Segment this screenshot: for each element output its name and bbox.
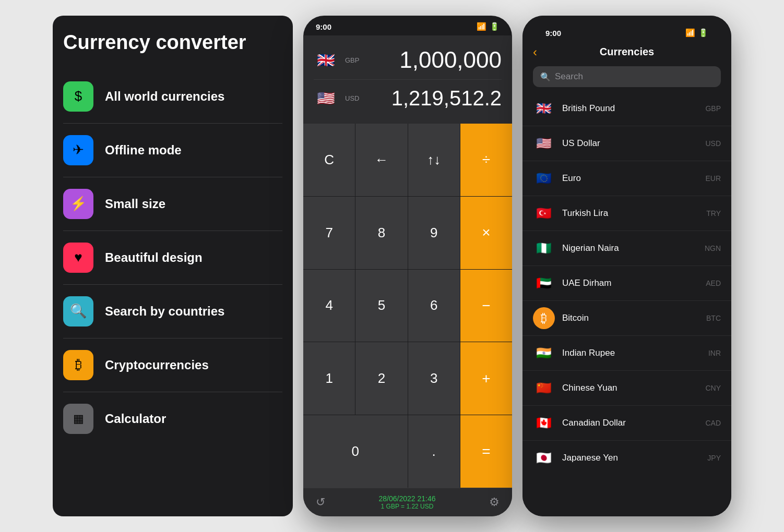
currency-code: NGN bbox=[705, 244, 721, 252]
key-2[interactable]: 2 bbox=[355, 342, 407, 415]
to-amount: 1,219,512.2 bbox=[391, 87, 502, 110]
currency-list-item[interactable]: 🇺🇸 US Dollar USD bbox=[522, 126, 731, 161]
key-decimal[interactable]: . bbox=[408, 415, 460, 488]
key-8[interactable]: 8 bbox=[355, 197, 407, 269]
key-add[interactable]: + bbox=[460, 342, 512, 415]
feature-item-all-currencies: $ All world currencies bbox=[63, 70, 282, 124]
key-7[interactable]: 7 bbox=[303, 197, 355, 269]
key-6[interactable]: 6 bbox=[408, 270, 460, 342]
from-currency-info: GBP bbox=[345, 56, 359, 64]
feature-label-crypto: Cryptocurrencies bbox=[105, 358, 209, 372]
calc-rate: 1 GBP = 1.22 USD bbox=[379, 503, 436, 510]
key-4[interactable]: 4 bbox=[303, 270, 355, 342]
feature-icon-beautiful-design: ♥ bbox=[63, 243, 93, 273]
refresh-icon[interactable]: ↺ bbox=[316, 495, 325, 509]
feature-label-search-countries: Search by countries bbox=[105, 304, 224, 319]
key-1[interactable]: 1 bbox=[303, 342, 355, 415]
currency-flag: 🇳🇬 bbox=[533, 237, 555, 259]
currency-flag: 🇺🇸 bbox=[533, 132, 555, 154]
feature-icon-search-countries: 🔍 bbox=[63, 296, 93, 327]
feature-item-crypto: ₿ Cryptocurrencies bbox=[63, 338, 282, 392]
feature-label-small-size: Small size bbox=[105, 197, 165, 211]
currency-flag: 🇪🇺 bbox=[533, 167, 555, 189]
currency-flag: 🇹🇷 bbox=[533, 202, 555, 224]
rate-info: 28/06/2022 21:46 1 GBP = 1.22 USD bbox=[379, 494, 436, 510]
app-title: Currency converter bbox=[63, 31, 282, 54]
status-icons: 📶 🔋 bbox=[477, 22, 500, 31]
currencies-wifi-icon: 📶 bbox=[685, 28, 695, 38]
currency-name: Indian Rupee bbox=[562, 348, 701, 358]
from-currency-row[interactable]: 🇬🇧 GBP 1,000,000 bbox=[314, 41, 502, 79]
currency-list-item[interactable]: 🇨🇳 Chinese Yuan CNY bbox=[522, 371, 731, 406]
currency-code: JPY bbox=[707, 454, 721, 462]
currency-name: Chinese Yuan bbox=[562, 383, 698, 393]
battery-icon: 🔋 bbox=[490, 22, 500, 31]
key-divide[interactable]: ÷ bbox=[460, 124, 512, 196]
currency-name: Turkish Lira bbox=[562, 208, 699, 219]
currencies-header: 9:00 📶 🔋 ‹ Currencies 🔍 Search bbox=[522, 16, 731, 91]
currency-name: Euro bbox=[562, 173, 698, 184]
currency-list-item[interactable]: 🇬🇧 British Pound GBP bbox=[522, 91, 731, 126]
feature-item-search-countries: 🔍 Search by countries bbox=[63, 285, 282, 338]
feature-icon-crypto: ₿ bbox=[63, 350, 93, 380]
settings-icon[interactable]: ⚙ bbox=[489, 495, 500, 509]
features-panel: Currency converter $ All world currencie… bbox=[53, 16, 293, 516]
to-currency-row[interactable]: 🇺🇸 USD 1,219,512.2 bbox=[314, 79, 502, 116]
key-swap[interactable]: ↑↓ bbox=[408, 124, 460, 196]
key-equals[interactable]: = bbox=[460, 415, 512, 488]
feature-item-offline-mode: ✈ Offline mode bbox=[63, 124, 282, 177]
currency-flag: 🇬🇧 bbox=[533, 98, 555, 119]
status-bar: 9:00 📶 🔋 bbox=[303, 16, 512, 35]
key-subtract[interactable]: − bbox=[460, 270, 512, 342]
currency-code: CAD bbox=[705, 419, 721, 427]
currency-code: INR bbox=[708, 349, 721, 357]
currency-list-item[interactable]: ₿ Bitcoin BTC bbox=[522, 301, 731, 336]
from-currency-code: GBP bbox=[345, 56, 359, 64]
key-9[interactable]: 9 bbox=[408, 197, 460, 269]
currency-flag: 🇯🇵 bbox=[533, 447, 555, 469]
feature-item-small-size: ⚡ Small size bbox=[63, 177, 282, 231]
back-button[interactable]: ‹ bbox=[533, 45, 537, 59]
currency-name: Bitcoin bbox=[562, 313, 699, 323]
currencies-panel: 9:00 📶 🔋 ‹ Currencies 🔍 Search 🇬🇧 Britis… bbox=[522, 16, 731, 516]
currency-list-item[interactable]: 🇮🇳 Indian Rupee INR bbox=[522, 336, 731, 371]
currency-flag: 🇨🇳 bbox=[533, 377, 555, 399]
calculator-panel: 9:00 📶 🔋 🇬🇧 GBP 1,000,000 🇺🇸 USD 1,219,5… bbox=[303, 16, 512, 516]
currency-code: TRY bbox=[706, 209, 721, 217]
currencies-battery-icon: 🔋 bbox=[698, 28, 708, 38]
currency-list-item[interactable]: 🇳🇬 Nigerian Naira NGN bbox=[522, 231, 731, 266]
key-multiply[interactable]: × bbox=[460, 197, 512, 269]
feature-icon-offline-mode: ✈ bbox=[63, 135, 93, 165]
search-placeholder: Search bbox=[555, 71, 583, 82]
currency-code: BTC bbox=[706, 314, 721, 322]
key-5[interactable]: 5 bbox=[355, 270, 407, 342]
currency-flag: 🇨🇦 bbox=[533, 412, 555, 434]
currency-list-item[interactable]: 🇨🇦 Canadian Dollar CAD bbox=[522, 406, 731, 441]
key-clear[interactable]: C bbox=[303, 124, 355, 196]
currency-list: 🇬🇧 British Pound GBP 🇺🇸 US Dollar USD 🇪🇺… bbox=[522, 91, 731, 516]
feature-list: $ All world currencies ✈ Offline mode ⚡ … bbox=[63, 70, 282, 445]
key-backspace[interactable]: ← bbox=[355, 124, 407, 196]
currency-code: CNY bbox=[705, 384, 721, 392]
feature-item-calculator: ▦ Calculator bbox=[63, 392, 282, 445]
currencies-status-bar: 9:00 📶 🔋 bbox=[533, 22, 721, 42]
from-flag: 🇬🇧 bbox=[314, 48, 338, 72]
status-time: 9:00 bbox=[316, 22, 331, 31]
feature-label-all-currencies: All world currencies bbox=[105, 89, 224, 104]
currencies-status-time: 9:00 bbox=[545, 29, 561, 38]
currency-name: Canadian Dollar bbox=[562, 418, 698, 428]
currencies-title: Currencies bbox=[600, 46, 655, 58]
currency-code: EUR bbox=[705, 174, 721, 183]
currency-list-item[interactable]: 🇯🇵 Japanese Yen JPY bbox=[522, 441, 731, 475]
key-3[interactable]: 3 bbox=[408, 342, 460, 415]
currency-list-item[interactable]: 🇦🇪 UAE Dirham AED bbox=[522, 266, 731, 301]
currencies-status-icons: 📶 🔋 bbox=[685, 28, 708, 38]
currency-list-item[interactable]: 🇪🇺 Euro EUR bbox=[522, 161, 731, 196]
key-0[interactable]: 0 bbox=[303, 415, 408, 488]
currency-name: Nigerian Naira bbox=[562, 243, 697, 253]
from-amount: 1,000,000 bbox=[399, 47, 502, 73]
search-box[interactable]: 🔍 Search bbox=[533, 66, 721, 87]
currency-name: UAE Dirham bbox=[562, 278, 698, 288]
currency-name: Japanese Yen bbox=[562, 453, 700, 463]
currency-list-item[interactable]: 🇹🇷 Turkish Lira TRY bbox=[522, 196, 731, 231]
